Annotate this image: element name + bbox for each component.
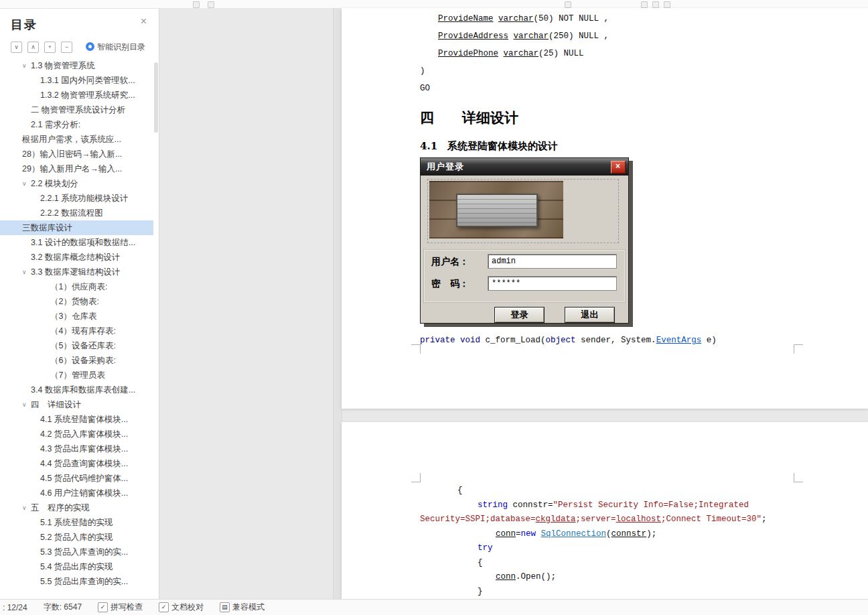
formatting-mark-icon[interactable]	[208, 1, 214, 8]
toc-item[interactable]: 二 物资管理系统设计分析	[0, 102, 153, 117]
collapse-arrow-icon[interactable]: ∨	[22, 397, 31, 412]
toc-item[interactable]: 2.2.2 数据流程图	[0, 206, 153, 220]
dialog-picture-box	[427, 179, 619, 243]
toc-item[interactable]: 三数据库设计	[0, 220, 153, 235]
code-block-2: {string connstr="Persist Security Info=F…	[420, 484, 767, 599]
toc-item-label: 四 详细设计	[31, 397, 81, 412]
toc-panel-header: 目录 ×	[0, 9, 159, 38]
toc-item-label: 2.1 需求分析:	[31, 117, 80, 132]
toc-item[interactable]: （2）货物表:	[0, 294, 153, 309]
toc-item[interactable]: 1.3.1 国内外同类管理软...	[0, 73, 153, 88]
toc-item-label: 5.5 货品出库查询的实...	[40, 574, 128, 589]
toc-scrollbar-thumb[interactable]	[154, 62, 158, 133]
toc-item[interactable]: 2.1 需求分析:	[0, 117, 153, 132]
toc-item[interactable]: ∨四 详细设计	[0, 397, 153, 412]
toc-item-label: 1.3.2 物资管理系统研究...	[40, 88, 135, 102]
document-page-1: ProvideName varchar(50) NOT NULL ,Provid…	[342, 8, 868, 409]
toc-item[interactable]: 29）输入新用户名→输入...	[0, 161, 153, 176]
compat-mode-indicator[interactable]: ▤兼容模式	[220, 602, 265, 613]
expand-level-icon[interactable]: +	[44, 42, 56, 53]
dialog-titlebar: 用户登录 ×	[421, 158, 628, 176]
toc-item[interactable]: （4）现有库存表:	[0, 324, 153, 338]
toolbar-mini-icon[interactable]	[652, 1, 659, 8]
chapter-heading: 四 详细设计	[420, 109, 518, 127]
code-line: private void c_form_Load(object sender, …	[420, 336, 717, 345]
formatting-mark-icon[interactable]	[565, 1, 571, 8]
collapse-all-icon[interactable]: ∨	[11, 42, 22, 53]
collapse-arrow-icon[interactable]: ∨	[22, 265, 31, 279]
collapse-arrow-icon[interactable]: ∨	[22, 500, 31, 515]
toc-item[interactable]: 5.1 系统登陆的实现	[0, 515, 153, 530]
toc-item[interactable]: 3.2 数据库概念结构设计	[0, 250, 153, 265]
toc-item[interactable]: 5.5 货品出库查询的实...	[0, 574, 153, 589]
toc-item[interactable]: 28）输入旧密码→输入新...	[0, 147, 153, 161]
dialog-body: 用户名： admin 密 码： ****** 登录 退出	[421, 176, 628, 322]
expand-all-icon[interactable]: ∧	[27, 42, 39, 53]
toc-item[interactable]: （5）设备还库表:	[0, 338, 153, 353]
toolbar-mini-icon[interactable]	[664, 1, 670, 8]
toc-item-label: 2.2 模块划分	[31, 176, 78, 191]
spell-check-toggle-label: 拼写检查	[111, 602, 143, 613]
close-icon[interactable]: ×	[141, 15, 147, 27]
toc-item[interactable]: 4.2 货品入库窗体模块...	[0, 427, 153, 441]
compat-mode-icon: ▤	[220, 602, 230, 612]
toc-item[interactable]: 5.2 货品入库的实现	[0, 530, 153, 545]
page-indicator-label: : 12/24	[3, 603, 27, 612]
compat-mode-indicator-label: 兼容模式	[232, 602, 265, 613]
collapse-level-icon[interactable]: −	[61, 42, 72, 53]
toc-item[interactable]: （3）仓库表	[0, 309, 153, 324]
word-count-label: 字数: 6547	[44, 602, 82, 613]
sql-code-block: ProvideName varchar(50) NOT NULL ,Provid…	[420, 10, 609, 97]
password-textbox: ******	[488, 276, 617, 291]
toc-item[interactable]: 3.4 数据库和数据库表创建...	[0, 383, 153, 397]
toc-item[interactable]: 4.5 货品代码维护窗体...	[0, 471, 153, 486]
toc-item-label: 根据用户需求，该系统应...	[22, 132, 121, 147]
toc-item-label: 4.3 货品出库窗体模块...	[40, 441, 128, 456]
toc-item[interactable]: 1.3.2 物资管理系统研究...	[0, 88, 153, 102]
toc-item-label: 五 程序的实现	[31, 500, 90, 515]
toolbar-mini-icon[interactable]	[641, 1, 648, 8]
toc-item-label: 5.3 货品入库查询的实...	[40, 545, 128, 559]
collapse-arrow-icon[interactable]: ∨	[22, 176, 31, 191]
toc-item[interactable]: 根据用户需求，该系统应...	[0, 132, 153, 147]
toc-scrollbar[interactable]	[154, 58, 159, 600]
toc-item[interactable]: （7）管理员表	[0, 368, 153, 383]
word-count[interactable]: 字数: 6547	[44, 602, 82, 613]
toc-item-label: 1.3 物资管理系统	[31, 58, 95, 73]
toc-item[interactable]: 5.4 货品出库的实现	[0, 559, 153, 574]
toc-item[interactable]: 4.4 货品查询窗体模块...	[0, 456, 153, 471]
collapse-arrow-icon[interactable]: ∨	[22, 58, 31, 73]
toc-item[interactable]: （1）供应商表:	[0, 279, 153, 294]
toc-item-label: 3.4 数据库和数据库表创建...	[31, 383, 135, 397]
username-textbox: admin	[488, 254, 617, 269]
toc-item[interactable]: ∨2.2 模块划分	[0, 176, 153, 191]
text-boundary-mark	[411, 344, 421, 354]
toc-item[interactable]: 5.3 货品入库查询的实...	[0, 545, 153, 559]
toc-item-label: 4.6 用户注销窗体模块...	[40, 486, 128, 500]
toc-item[interactable]: ∨3.3 数据库逻辑结构设计	[0, 265, 153, 279]
toc-item[interactable]: ∨1.3 物资管理系统	[0, 58, 153, 73]
toc-item[interactable]: 3.1 设计的数据项和数据结...	[0, 235, 153, 250]
toc-item[interactable]: ∨五 程序的实现	[0, 500, 153, 515]
spell-check-toggle[interactable]: ✓拼写检查	[98, 602, 143, 613]
toc-item[interactable]: 4.1 系统登陆窗体模块...	[0, 412, 153, 427]
login-dialog-screenshot[interactable]: 用户登录 × 用户名： admin 密 码： ****** 登录 退出	[420, 157, 629, 324]
formatting-mark-icon[interactable]	[193, 1, 200, 8]
document-scrollbar[interactable]	[333, 8, 342, 600]
proofread-icon: ✓	[159, 602, 169, 612]
toc-item-label: 5.1 系统登陆的实现	[40, 515, 113, 530]
toc-item-label: （7）管理员表	[50, 368, 105, 383]
smart-toc-button[interactable]: 智能识别目录	[86, 42, 145, 53]
toc-item[interactable]: 4.6 用户注销窗体模块...	[0, 486, 153, 500]
toc-item-label: 4.1 系统登陆窗体模块...	[40, 412, 128, 427]
status-bar: : 12/24字数: 6547✓拼写检查✓文档校对▤兼容模式	[0, 599, 868, 615]
toc-item[interactable]: 2.2.1 系统功能模块设计	[0, 191, 153, 206]
text-boundary-mark	[794, 344, 803, 354]
toc-item-label: （3）仓库表	[50, 309, 96, 324]
page-indicator[interactable]: : 12/24	[3, 603, 27, 612]
toc-item[interactable]: 4.3 货品出库窗体模块...	[0, 441, 153, 456]
doc-proofread-button-label: 文档校对	[171, 602, 204, 613]
doc-proofread-button[interactable]: ✓文档校对	[159, 602, 204, 613]
application-window: 目录 × ∨∧+−智能识别目录 ∨1.3 物资管理系统1.3.1 国内外同类管理…	[0, 0, 868, 615]
toc-item[interactable]: （6）设备采购表:	[0, 353, 153, 368]
